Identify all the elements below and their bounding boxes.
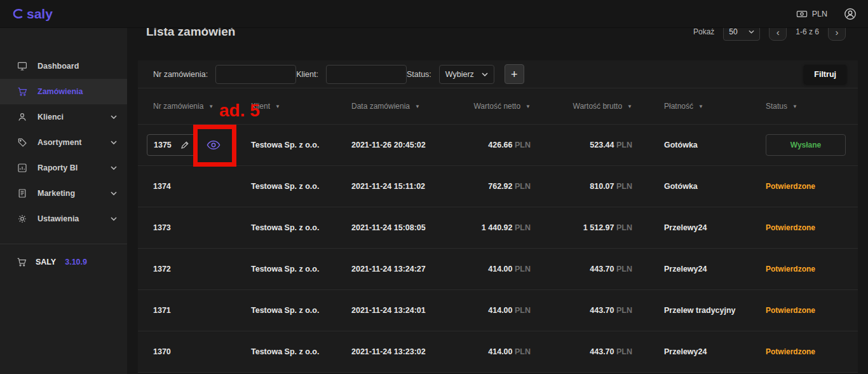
logo[interactable]: saly xyxy=(11,6,53,22)
client-input[interactable] xyxy=(326,65,407,84)
payment-method: Przelewy24 xyxy=(632,223,766,232)
logo-icon xyxy=(11,8,24,20)
order-date: 2021-11-24 13:24:01 xyxy=(351,306,453,315)
chevron-down-icon xyxy=(111,166,117,170)
order-id-box: 1374 xyxy=(153,182,171,191)
sidebar-item-label: Klienci xyxy=(37,113,64,121)
sidebar-divider xyxy=(0,244,127,244)
table-row[interactable]: 1372 Testowa Sp. z o.o. 2021-11-24 13:24… xyxy=(138,249,858,290)
chevron-down-icon xyxy=(111,217,117,221)
column-header-6[interactable]: Płatność▼ xyxy=(632,102,766,111)
order-date: 2021-11-24 13:24:27 xyxy=(351,265,453,274)
currency-suffix: PLN xyxy=(616,182,632,191)
client-label: Klient: xyxy=(296,70,318,79)
currency-suffix: PLN xyxy=(616,223,632,232)
status-select[interactable]: Wybierz xyxy=(439,65,494,84)
currency-selector[interactable]: PLN xyxy=(796,9,827,19)
annotation-rectangle xyxy=(193,125,236,167)
page-size-label: Pokaż xyxy=(693,28,714,36)
sidebar-item-ustawienia[interactable]: Ustawienia xyxy=(0,206,127,232)
table-row[interactable]: 1370 Testowa Sp. z o.o. 2021-11-24 13:23… xyxy=(138,331,858,373)
sort-caret-icon: ▼ xyxy=(792,104,797,109)
order-id: 1371 xyxy=(153,306,171,315)
payment-method: Gotówka xyxy=(632,182,766,191)
sidebar-item-raporty-bi[interactable]: Raporty BI xyxy=(0,155,127,181)
currency-suffix: PLN xyxy=(515,182,531,191)
sidebar-footer: SALY 3.10.9 xyxy=(0,257,127,267)
filter-button[interactable]: Filtruj xyxy=(804,65,846,84)
user-icon xyxy=(17,112,27,123)
currency-suffix: PLN xyxy=(515,347,531,356)
chevron-right-icon: › xyxy=(836,28,839,38)
currency-suffix: PLN xyxy=(515,306,531,315)
sidebar-item-zamowienia[interactable]: Zamówienia xyxy=(0,79,127,104)
sidebar-item-klienci[interactable]: Klienci xyxy=(0,104,127,130)
sidebar: DashboardZamówieniaKlienciAsortymentRapo… xyxy=(0,28,127,374)
table-row[interactable]: 1373 Testowa Sp. z o.o. 2021-11-24 15:08… xyxy=(138,207,858,249)
gross-value: 443.70 PLN xyxy=(531,306,632,315)
sidebar-item-label: Dashboard xyxy=(37,62,79,71)
status-badge: Potwierdzone xyxy=(766,347,815,356)
account-button[interactable] xyxy=(844,8,857,20)
order-id: 1375 xyxy=(154,141,172,149)
chevron-down-icon xyxy=(111,141,117,144)
order-id-box: 1372 xyxy=(153,265,171,274)
main-content: Lista zamówień Pokaż 50 ‹ 1-6 z 6 › Nr z… xyxy=(127,28,868,374)
column-label: Wartość netto xyxy=(473,102,520,111)
sidebar-item-asortyment[interactable]: Asortyment xyxy=(0,130,127,155)
sidebar-item-label: Raporty BI xyxy=(37,163,78,172)
sidebar-item-marketing[interactable]: Marketing xyxy=(0,181,127,206)
sidebar-item-dashboard[interactable]: Dashboard xyxy=(0,53,127,79)
app-name: SALY xyxy=(36,258,56,267)
chevron-left-icon: ‹ xyxy=(776,28,780,38)
gross-value: 1 512.97 PLN xyxy=(531,223,632,232)
add-filter-button[interactable]: + xyxy=(505,64,524,84)
column-header-3[interactable]: Data zamówienia▼ xyxy=(351,102,453,111)
currency-suffix: PLN xyxy=(616,265,632,274)
net-value: 414.00 PLN xyxy=(453,347,531,356)
prev-page-button[interactable]: ‹ xyxy=(769,28,787,41)
table-row[interactable]: 1374 Testowa Sp. z o.o. 2021-11-24 15:11… xyxy=(138,166,858,207)
payment-method: Przelewy24 xyxy=(632,347,766,356)
gross-value: 443.70 PLN xyxy=(531,265,632,274)
order-id: 1374 xyxy=(153,182,171,191)
next-page-button[interactable]: › xyxy=(828,28,846,41)
client-name: Testowa Sp. z o.o. xyxy=(251,265,351,274)
logo-text: saly xyxy=(27,6,53,22)
sidebar-nav: DashboardZamówieniaKlienciAsortymentRapo… xyxy=(0,53,127,232)
column-header-2[interactable]: Klient▼ xyxy=(251,102,351,111)
column-header-4[interactable]: Wartość netto▼ xyxy=(453,102,531,111)
user-circle-icon xyxy=(844,8,857,20)
page-size-select[interactable]: 50 xyxy=(723,28,760,41)
edit-icon[interactable] xyxy=(180,141,189,150)
table-row[interactable]: 1375 Testowa Sp. z o.o. 2021-11-26 20:45… xyxy=(138,125,858,166)
app-version: 3.10.9 xyxy=(65,258,87,267)
column-header-5[interactable]: Wartość brutto▼ xyxy=(531,102,632,111)
net-value: 414.00 PLN xyxy=(453,265,531,274)
client-name: Testowa Sp. z o.o. xyxy=(251,306,351,315)
sort-caret-icon: ▼ xyxy=(627,104,632,109)
table-row[interactable]: 1371 Testowa Sp. z o.o. 2021-11-24 13:24… xyxy=(138,290,858,331)
pagination: Pokaż 50 ‹ 1-6 z 6 › xyxy=(693,28,846,41)
topbar: saly PLN xyxy=(0,0,868,28)
currency-suffix: PLN xyxy=(616,141,632,149)
column-label: Wartość brutto xyxy=(573,102,623,111)
banknote-icon xyxy=(796,9,808,19)
monitor-icon xyxy=(17,61,27,72)
currency-suffix: PLN xyxy=(515,141,531,149)
table-body: 1375 Testowa Sp. z o.o. 2021-11-26 20:45… xyxy=(138,125,858,373)
pagination-range: 1-6 z 6 xyxy=(796,28,819,36)
net-value: 426.66 PLN xyxy=(453,141,531,149)
payment-method: Gotówka xyxy=(632,141,766,149)
status-badge: Potwierdzone xyxy=(766,223,815,232)
sidebar-item-label: Ustawienia xyxy=(37,214,79,223)
cart-icon xyxy=(17,87,27,97)
chart-icon xyxy=(17,163,27,174)
currency-label: PLN xyxy=(812,10,827,18)
net-value: 762.92 PLN xyxy=(453,182,531,191)
column-header-7[interactable]: Status▼ xyxy=(766,102,843,111)
column-label: Data zamówienia xyxy=(351,102,410,111)
order-id-box: 1371 xyxy=(153,306,171,315)
gross-value: 810.07 PLN xyxy=(531,182,632,191)
order-number-input[interactable] xyxy=(215,65,296,84)
